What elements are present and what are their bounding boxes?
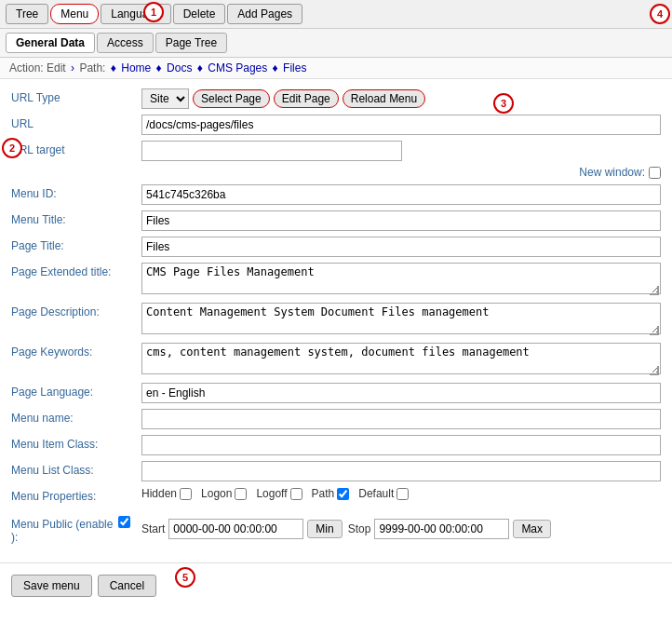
menu-list-class-row: Menu List Class: (11, 461, 661, 481)
tree-button[interactable]: Tree (6, 4, 48, 24)
stop-input[interactable] (374, 519, 509, 539)
breadcrumb-files[interactable]: Files (283, 61, 306, 74)
page-description-textarea[interactable]: Content Management System Document Files… (141, 303, 661, 334)
logoff-checkbox[interactable] (290, 488, 302, 500)
general-data-tab[interactable]: General Data (6, 33, 95, 53)
logoff-prop: Logoff (256, 487, 302, 500)
top-toolbar: Tree Menu Language Delete Add Pages (0, 0, 672, 29)
page-tree-tab[interactable]: Page Tree (155, 33, 227, 53)
breadcrumb-cms-pages[interactable]: CMS Pages (208, 61, 267, 74)
cancel-button[interactable]: Cancel (98, 575, 156, 597)
start-input[interactable] (168, 519, 303, 539)
url-type-label: URL Type (11, 88, 141, 104)
page-language-input[interactable] (141, 383, 661, 403)
page-keywords-textarea[interactable]: cms, content management system, document… (141, 343, 661, 374)
page-title-label: Page Title: (11, 237, 141, 252)
menu-title-label: Menu Title: (11, 210, 141, 226)
path-label: Path (312, 487, 335, 500)
url-target-controls: New window: (141, 141, 661, 179)
menu-properties-controls: Hidden Logon Logoff Path Default (141, 487, 661, 500)
menu-name-controls (141, 409, 661, 429)
menu-name-input[interactable] (141, 409, 661, 429)
url-type-select[interactable]: Site (141, 88, 189, 109)
page-description-wrapper: Content Management System Document Files… (141, 303, 661, 337)
logon-label: Logon (201, 487, 232, 500)
sub-toolbar: General Data Access Page Tree (0, 29, 672, 58)
url-target-input[interactable] (141, 141, 402, 161)
annotation-3: 3 (493, 93, 514, 114)
action-label: Action: Edit (9, 61, 66, 74)
menu-id-row: Menu ID: (11, 184, 661, 205)
page-description-label: Page Description: (11, 303, 141, 318)
menu-item-class-controls (141, 435, 661, 455)
logoff-label: Logoff (256, 487, 287, 500)
menu-public-label: Menu Public (enable ): (11, 513, 141, 544)
menu-public-controls: Start Min Stop Max (141, 519, 661, 539)
reload-menu-button[interactable]: Reload Menu (343, 89, 425, 108)
start-area: Start Min (141, 519, 343, 539)
menu-title-row: Menu Title: (11, 210, 661, 231)
page-keywords-controls: cms, content management system, document… (141, 343, 661, 377)
page-title-row: Page Title: (11, 237, 661, 257)
save-menu-button[interactable]: Save menu (11, 575, 92, 597)
start-label: Start (141, 522, 165, 535)
stop-area: Stop Max (348, 519, 551, 539)
url-row: URL (11, 115, 661, 135)
menu-item-class-input[interactable] (141, 435, 661, 455)
menu-list-class-input[interactable] (141, 461, 661, 481)
page-extended-title-textarea[interactable]: CMS Page Files Management (141, 263, 661, 294)
stop-label: Stop (348, 522, 371, 535)
min-button[interactable]: Min (307, 520, 342, 538)
path-prop: Path (312, 487, 350, 500)
menu-properties-label: Menu Properties: (11, 487, 141, 503)
page-language-controls (141, 383, 661, 403)
page-title-input[interactable] (141, 237, 661, 257)
path-label: Path: (79, 61, 105, 74)
menu-list-class-controls (141, 461, 661, 481)
menu-title-input[interactable] (141, 210, 661, 231)
url-target-label: URL target (11, 141, 141, 156)
url-controls (141, 115, 661, 135)
annotation-1: 1 (143, 2, 164, 22)
breadcrumb: Action: Edit › Path: ♦ Home ♦ Docs ♦ CMS… (0, 58, 672, 79)
default-label: Default (358, 487, 394, 500)
page-wrapper: 1 2 3 4 5 Tree Menu Language Delete Add … (0, 0, 672, 623)
breadcrumb-docs[interactable]: Docs (167, 61, 192, 74)
form-divider (0, 562, 672, 563)
url-target-row: URL target New window: (11, 141, 661, 179)
edit-page-button[interactable]: Edit Page (274, 89, 339, 108)
new-window-area: New window: (141, 166, 661, 179)
url-input[interactable] (141, 115, 661, 135)
url-type-controls: Site Select Page Edit Page Reload Menu (141, 88, 661, 109)
menu-public-checkbox[interactable] (118, 516, 130, 528)
bottom-toolbar: Save menu Cancel (0, 567, 672, 604)
annotation-2: 2 (2, 138, 22, 158)
hidden-label: Hidden (141, 487, 177, 500)
page-extended-title-row: Page Extended title: CMS Page Files Mana… (11, 263, 661, 297)
page-extended-title-controls: CMS Page Files Management (141, 263, 661, 297)
menu-id-input[interactable] (141, 184, 661, 205)
select-page-button[interactable]: Select Page (193, 89, 270, 108)
page-keywords-row: Page Keywords: cms, content management s… (11, 343, 661, 377)
breadcrumb-home[interactable]: Home (121, 61, 151, 74)
delete-button[interactable]: Delete (173, 4, 226, 24)
annotation-5: 5 (175, 567, 195, 588)
menu-properties-row: Menu Properties: Hidden Logon Logoff Pat… (11, 487, 661, 508)
page-description-row: Page Description: Content Management Sys… (11, 303, 661, 337)
access-tab[interactable]: Access (97, 33, 154, 53)
logon-prop: Logon (201, 487, 247, 500)
add-pages-button[interactable]: Add Pages (227, 4, 302, 24)
path-checkbox[interactable] (337, 488, 349, 500)
max-button[interactable]: Max (513, 520, 551, 538)
hidden-checkbox[interactable] (180, 488, 192, 500)
new-window-checkbox[interactable] (649, 167, 661, 179)
page-language-row: Page Language: (11, 383, 661, 403)
logon-checkbox[interactable] (235, 488, 247, 500)
page-title-controls (141, 237, 661, 257)
menu-button[interactable]: Menu (50, 4, 99, 24)
default-checkbox[interactable] (396, 488, 409, 500)
page-language-label: Page Language: (11, 383, 141, 399)
menu-id-label: Menu ID: (11, 184, 141, 200)
menu-title-controls (141, 210, 661, 231)
menu-list-class-label: Menu List Class: (11, 461, 141, 477)
